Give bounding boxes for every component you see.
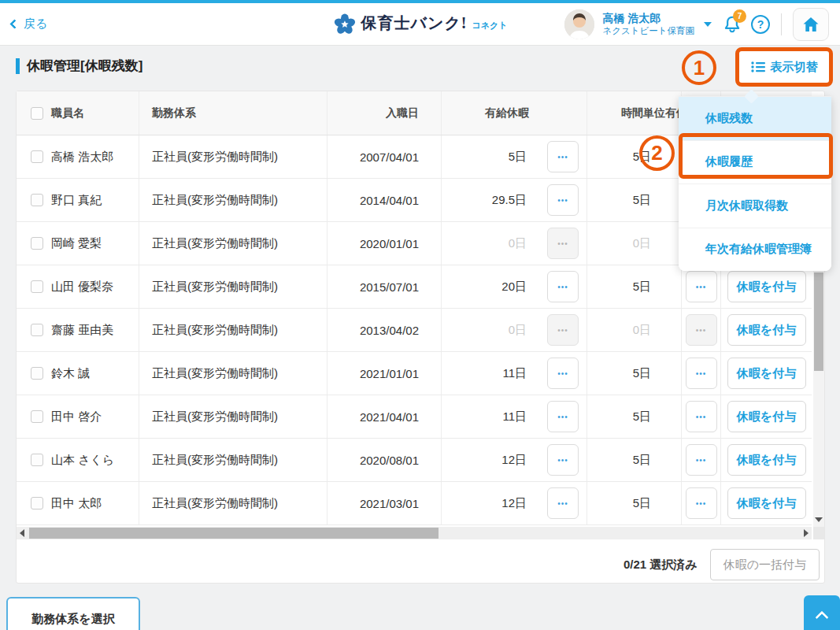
paid-leave-value: 0日 bbox=[509, 236, 527, 251]
scroll-right-arrow-icon[interactable] bbox=[804, 529, 809, 537]
paid-leave-more-button[interactable]: ••• bbox=[547, 184, 579, 216]
column-header-hourly-leave: 時間単位有休 bbox=[621, 106, 687, 120]
row-checkbox[interactable] bbox=[31, 194, 43, 206]
hire-date-value: 2021/03/01 bbox=[360, 497, 419, 510]
paid-leave-more-button[interactable]: ••• bbox=[547, 141, 579, 172]
work-system-value: 正社員(変形労働時間制) bbox=[152, 280, 278, 295]
more-options-icon: ••• bbox=[557, 413, 568, 421]
more-options-icon: ••• bbox=[557, 239, 568, 248]
more-options-icon: ••• bbox=[696, 326, 707, 335]
employee-name: 高橋 浩太郎 bbox=[51, 150, 113, 165]
vertical-scrollbar-thumb[interactable] bbox=[814, 272, 823, 371]
hourly-leave-value: 0日 bbox=[633, 323, 651, 338]
chevron-down-icon[interactable] bbox=[704, 22, 712, 27]
list-icon bbox=[751, 61, 765, 73]
table-row: 田中 太郎 正社員(変形労働時間制) 2021/03/01 12日 ••• 5日… bbox=[17, 482, 812, 525]
scroll-left-arrow-icon[interactable] bbox=[20, 529, 24, 537]
row-checkbox[interactable] bbox=[31, 150, 43, 163]
grant-leave-button[interactable]: 休暇を付与 bbox=[727, 358, 806, 389]
paid-leave-more-button[interactable]: ••• bbox=[547, 487, 579, 519]
help-button[interactable]: ? bbox=[751, 15, 770, 34]
hourly-leave-value: 5日 bbox=[633, 366, 651, 381]
user-area: 高橋 浩太郎 ネクストビート保育園 7 ? bbox=[564, 8, 829, 41]
paid-leave-more-button[interactable]: ••• bbox=[547, 314, 579, 346]
more-options-icon: ••• bbox=[557, 196, 568, 205]
menu-item-monthly-leave-count[interactable]: 月次休暇取得数 bbox=[679, 183, 831, 228]
page-title-row: 休暇管理[休暇残数] bbox=[16, 57, 142, 75]
row-checkbox[interactable] bbox=[31, 497, 43, 510]
paid-leave-value: 29.5日 bbox=[492, 193, 527, 208]
home-button[interactable] bbox=[793, 8, 829, 41]
annotation-box-leave-history bbox=[679, 133, 833, 179]
annotation-step-2: 2 bbox=[639, 135, 675, 171]
chevron-left-icon bbox=[9, 19, 20, 29]
home-icon bbox=[801, 15, 820, 34]
row-checkbox[interactable] bbox=[31, 324, 43, 336]
row-checkbox[interactable] bbox=[31, 280, 43, 293]
menu-item-annual-paid-leave-ledger[interactable]: 年次有給休暇管理簿 bbox=[679, 228, 831, 272]
notifications-button[interactable]: 7 bbox=[721, 13, 743, 35]
scroll-down-arrow-icon[interactable] bbox=[815, 517, 823, 522]
hourly-leave-more-button[interactable]: ••• bbox=[686, 444, 717, 476]
user-info[interactable]: 高橋 浩太郎 ネクストビート保育園 bbox=[602, 12, 694, 37]
title-accent-bar bbox=[16, 58, 20, 74]
app-header: 戻る 保育士バンク! コネクト bbox=[0, 3, 840, 46]
more-options-icon: ••• bbox=[557, 153, 568, 161]
grant-leave-button[interactable]: 休暇を付与 bbox=[727, 487, 806, 519]
row-checkbox[interactable] bbox=[31, 237, 43, 250]
paid-leave-more-button[interactable]: ••• bbox=[547, 228, 579, 259]
paid-leave-more-button[interactable]: ••• bbox=[547, 358, 579, 389]
hourly-leave-more-button[interactable]: ••• bbox=[686, 487, 717, 519]
more-options-icon: ••• bbox=[557, 369, 568, 378]
work-system-value: 正社員(変形労働時間制) bbox=[152, 236, 278, 251]
view-toggle-button[interactable]: 表示切替 bbox=[735, 47, 833, 87]
hire-date-value: 2021/01/01 bbox=[360, 367, 419, 380]
horizontal-scrollbar-thumb[interactable] bbox=[29, 528, 439, 539]
paid-leave-value: 0日 bbox=[509, 323, 527, 338]
hire-date-value: 2021/04/01 bbox=[360, 410, 419, 424]
hourly-leave-more-button[interactable]: ••• bbox=[686, 314, 717, 346]
employee-name: 野口 真紀 bbox=[51, 193, 102, 208]
app-logo: 保育士バンク! コネクト bbox=[332, 13, 507, 36]
work-system-value: 正社員(変形労働時間制) bbox=[152, 323, 278, 338]
scroll-to-top-button[interactable] bbox=[804, 595, 840, 630]
select-all-checkbox[interactable] bbox=[31, 107, 43, 120]
vacation-management-screen: 戻る 保育士バンク! コネクト bbox=[0, 0, 840, 630]
paid-leave-more-button[interactable]: ••• bbox=[547, 271, 579, 302]
paid-leave-value: 11日 bbox=[502, 410, 527, 424]
table-footer: 0/21 選択済み 休暇の一括付与 bbox=[17, 549, 820, 580]
grant-leave-button[interactable]: 休暇を付与 bbox=[727, 444, 806, 476]
paid-leave-value: 20日 bbox=[501, 280, 527, 295]
employee-name: 山本 さくら bbox=[51, 453, 114, 468]
hourly-leave-value: 0日 bbox=[633, 236, 651, 251]
annotation-step-1: 1 bbox=[682, 50, 716, 85]
more-options-icon: ••• bbox=[696, 456, 707, 465]
grant-leave-button[interactable]: 休暇を付与 bbox=[727, 271, 806, 302]
bulk-grant-leave-button[interactable]: 休暇の一括付与 bbox=[710, 549, 820, 580]
row-checkbox[interactable] bbox=[31, 367, 43, 380]
row-checkbox[interactable] bbox=[31, 454, 43, 466]
back-link[interactable]: 戻る bbox=[11, 17, 47, 32]
more-options-icon: ••• bbox=[557, 499, 568, 508]
hourly-leave-more-button[interactable]: ••• bbox=[686, 358, 717, 389]
horizontal-scrollbar[interactable] bbox=[17, 527, 812, 539]
hourly-leave-more-button[interactable]: ••• bbox=[686, 401, 717, 432]
more-options-icon: ••• bbox=[696, 413, 707, 421]
logo-title: 保育士バンク! bbox=[361, 13, 467, 34]
more-options-icon: ••• bbox=[557, 326, 568, 335]
employee-name: 田中 啓介 bbox=[51, 410, 102, 424]
hourly-leave-value: 5日 bbox=[633, 410, 651, 424]
selection-count: 0/21 選択済み bbox=[624, 558, 698, 573]
sakura-logo-icon bbox=[332, 13, 356, 36]
column-header-name: 職員名 bbox=[51, 106, 84, 120]
avatar[interactable] bbox=[564, 9, 594, 39]
employee-name: 岡崎 愛梨 bbox=[51, 236, 102, 251]
grant-leave-button[interactable]: 休暇を付与 bbox=[727, 401, 806, 432]
work-system-select-button[interactable]: 勤務体系を選択 bbox=[6, 597, 140, 630]
paid-leave-more-button[interactable]: ••• bbox=[547, 444, 579, 476]
hire-date-value: 2020/01/01 bbox=[360, 237, 419, 250]
grant-leave-button[interactable]: 休暇を付与 bbox=[727, 314, 806, 346]
hourly-leave-more-button[interactable]: ••• bbox=[686, 271, 717, 302]
paid-leave-more-button[interactable]: ••• bbox=[547, 401, 579, 432]
row-checkbox[interactable] bbox=[31, 410, 43, 423]
